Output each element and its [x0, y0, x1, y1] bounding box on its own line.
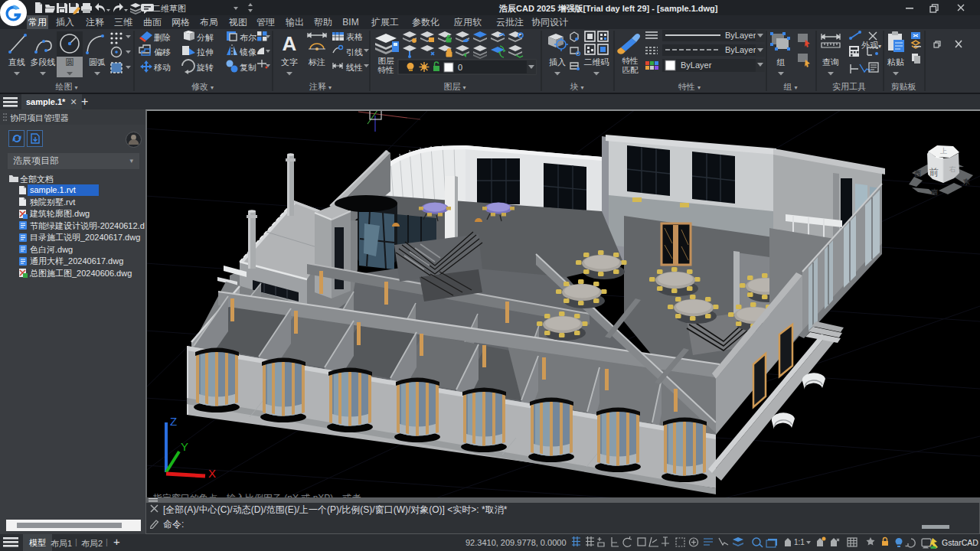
svg-text:文字: 文字	[281, 57, 298, 67]
svg-text:拉伸: 拉伸	[197, 47, 214, 57]
svg-text:标注: 标注	[308, 57, 325, 67]
svg-text:特性: 特性	[622, 56, 639, 65]
svg-text:匹配: 匹配	[622, 65, 639, 74]
svg-text:ByLayer: ByLayer	[725, 31, 756, 40]
svg-text:旋转: 旋转	[196, 63, 214, 72]
svg-text:ByLayer: ByLayer	[681, 60, 712, 70]
svg-text:图层: 图层	[378, 56, 395, 65]
svg-text:圆弧: 圆弧	[89, 57, 106, 67]
svg-text:前: 前	[929, 167, 939, 178]
svg-text:引线: 引线	[346, 47, 363, 57]
svg-text:二维码: 二维码	[584, 57, 609, 67]
svg-text:圆: 圆	[66, 57, 74, 67]
svg-text:特性: 特性	[378, 65, 394, 74]
svg-text:0: 0	[458, 63, 462, 72]
svg-text:X: X	[208, 467, 216, 480]
svg-text:上: 上	[940, 147, 947, 155]
svg-text:组: 组	[777, 57, 786, 67]
svg-text:查询: 查询	[822, 57, 839, 67]
svg-text:东: 东	[962, 178, 970, 186]
svg-text:分解: 分解	[197, 33, 214, 42]
svg-text:南: 南	[931, 188, 938, 196]
svg-text:移动: 移动	[154, 63, 171, 72]
svg-text:插入: 插入	[549, 57, 566, 67]
svg-text:西: 西	[913, 170, 921, 178]
svg-text:Y: Y	[181, 440, 188, 453]
svg-text:布尔: 布尔	[240, 33, 256, 42]
svg-text:多段线: 多段线	[31, 57, 56, 67]
svg-text:右: 右	[949, 165, 956, 173]
svg-text:GstarCAD: GstarCAD	[942, 538, 978, 547]
svg-text:删除: 删除	[154, 33, 171, 42]
svg-text:直线: 直线	[8, 57, 25, 67]
svg-text:粘贴: 粘贴	[887, 57, 904, 67]
svg-text:偏移: 偏移	[154, 47, 171, 57]
svg-text:表格: 表格	[346, 32, 363, 41]
svg-text:Z: Z	[170, 415, 177, 428]
svg-text:1:1: 1:1	[794, 538, 805, 546]
svg-text:复制: 复制	[240, 63, 256, 72]
svg-text:ByLayer: ByLayer	[725, 45, 756, 54]
svg-text:线性: 线性	[346, 63, 363, 72]
svg-text:镜像: 镜像	[239, 47, 256, 57]
svg-text:A: A	[283, 32, 297, 55]
